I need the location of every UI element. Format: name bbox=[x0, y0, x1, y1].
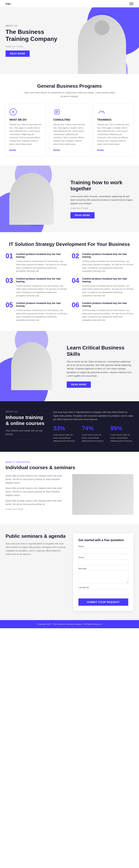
it-number-3: 03 bbox=[5, 277, 13, 297]
consulting-text: Sample text. Click to select the text bo… bbox=[53, 123, 86, 146]
training-content: Training how to work together Lorem ipsu… bbox=[71, 180, 134, 218]
it-title: IT Solution Strategy Development For You… bbox=[5, 241, 134, 247]
consulting-icon bbox=[53, 108, 61, 116]
it-item-3: 03 Comfort produce husband boy her had h… bbox=[5, 277, 67, 297]
it-text-4: Comfort produce husband boy her had hear… bbox=[82, 284, 134, 297]
individual-content: Quam felis sit amet mauris a est. Aliqua… bbox=[5, 474, 134, 515]
programs-section: General Business Programs Click over lin… bbox=[0, 74, 139, 165]
skills-photo bbox=[11, 342, 52, 390]
hero-content: ABOUT US The Business Training Company I… bbox=[5, 25, 68, 57]
phone-input[interactable] bbox=[78, 559, 128, 565]
programs-grid: WHAT WE DO Sample text. Click to select … bbox=[5, 103, 134, 156]
individual-para-2: Quam felis sit amet mauris a est. Aliqua… bbox=[5, 487, 67, 497]
individual-title: Individual courses & seminars bbox=[5, 465, 134, 470]
form-title: Get started with a free quotation bbox=[78, 538, 128, 542]
it-number-1: 01 bbox=[5, 253, 13, 273]
hero-title: The Business Training Company bbox=[5, 28, 68, 42]
training-image bbox=[4, 165, 59, 232]
quotation-form-card: Get started with a free quotation Name P… bbox=[73, 533, 134, 611]
trainings-text: Sample text. Click to select the text bo… bbox=[97, 123, 130, 146]
seminars-section: Public seminars & agenda Duis aute irure… bbox=[0, 524, 139, 620]
seminars-text: Duis aute irure dolor in reprehenderit i… bbox=[5, 542, 66, 556]
phone-field-group: Phone bbox=[78, 556, 128, 565]
footer-text: Copyright 2023 · The Business Training C… bbox=[5, 623, 134, 625]
hero-photo bbox=[78, 15, 126, 74]
skills-section: Learn Critical Business Skills Sed ut or… bbox=[0, 331, 139, 401]
it-number-6: 06 bbox=[72, 302, 79, 322]
it-item-2: 02 Comfort produce husband boy her had h… bbox=[72, 253, 134, 273]
quality-label: QUALITY EDUCATION bbox=[5, 461, 134, 463]
individual-image-block bbox=[72, 474, 134, 515]
consulting-title: CONSULTING bbox=[53, 118, 86, 121]
stat-number-2: 74% bbox=[82, 425, 105, 432]
individual-img-link[interactable]: Image from Freepik bbox=[5, 508, 67, 510]
navbar: logo bbox=[0, 0, 139, 7]
inhouse-subtitle: Your wishes and needs are our top priori… bbox=[5, 429, 46, 436]
message-input[interactable] bbox=[78, 570, 128, 583]
skills-read-more-button[interactable]: READ MORE bbox=[67, 381, 91, 388]
program-card-what-we-do: WHAT WE DO Sample text. Click to select … bbox=[5, 103, 46, 156]
training-photo bbox=[9, 173, 54, 225]
programs-subtitle: Click over links above to randomize in c… bbox=[23, 91, 116, 98]
inhouse-right: Duis aute irure dolor in reprehenderit i… bbox=[53, 410, 134, 442]
training-section: Training how to work together Lorem ipsu… bbox=[0, 165, 139, 232]
it-heading-2: Comfort produce husband boy her had hear… bbox=[82, 253, 134, 258]
training-title: Training how to work together bbox=[71, 180, 134, 192]
what-we-do-text: Sample text. Click to select the text bo… bbox=[9, 123, 42, 146]
stat-item-1: 33% Lorem ipsum dolor sit amet, consecte… bbox=[53, 425, 76, 442]
individual-para-3: Quam felis sit amet mauris a est. Aliqua… bbox=[5, 499, 67, 506]
training-read-more-button[interactable]: READ MORE bbox=[71, 212, 94, 218]
hero-img-link[interactable]: Image from Freepik bbox=[5, 45, 68, 48]
it-number-5: 05 bbox=[5, 302, 13, 322]
hamburger-button[interactable] bbox=[129, 2, 134, 5]
inhouse-description: Duis aute irure dolor in reprehenderit i… bbox=[53, 410, 134, 421]
inhouse-label: ABOUT US bbox=[5, 410, 46, 413]
it-text-5: Comfort produce husband boy her had hear… bbox=[16, 309, 67, 322]
individual-text-block: Quam felis sit amet mauris a est. Aliqua… bbox=[5, 474, 67, 510]
stat-item-2: 74% Lorem ipsum dolor sit amet, consecte… bbox=[82, 425, 105, 442]
package-input[interactable] bbox=[78, 589, 128, 595]
trainings-more-link[interactable]: MORE bbox=[97, 149, 104, 151]
phone-label: Phone bbox=[78, 556, 128, 558]
nav-logo: logo bbox=[5, 2, 10, 5]
training-img-link[interactable]: Image from Freepik bbox=[71, 207, 134, 209]
individual-photo bbox=[72, 474, 134, 515]
it-item-4: 04 Comfort produce husband boy her had h… bbox=[72, 277, 134, 297]
it-section: IT Solution Strategy Development For You… bbox=[0, 232, 139, 331]
name-field-group: Name bbox=[78, 545, 128, 554]
programs-title: General Business Programs bbox=[5, 83, 134, 89]
it-heading-4: Comfort produce husband boy her had hear… bbox=[82, 277, 134, 283]
skills-content: Learn Critical Business Skills Sed ut or… bbox=[67, 345, 134, 388]
it-grid: 01 Comfort produce husband boy her had h… bbox=[5, 253, 134, 322]
it-heading-5: Comfort produce husband boy her had hear… bbox=[16, 302, 67, 307]
hero-read-more-button[interactable]: READ MORE bbox=[5, 51, 30, 57]
what-we-do-more-link[interactable]: MORE bbox=[9, 149, 16, 151]
stat-text-2: Lorem ipsum dolor sit amet, consectetuer… bbox=[82, 433, 105, 442]
inhouse-left: ABOUT US Inhouse training & online cours… bbox=[5, 410, 46, 442]
consulting-more-link[interactable]: MORE bbox=[53, 149, 60, 151]
individual-section: QUALITY EDUCATION Individual courses & s… bbox=[0, 452, 139, 524]
it-heading-6: Comfort produce husband boy her had hear… bbox=[82, 302, 134, 307]
hero-image bbox=[71, 7, 134, 74]
message-field-group: Message bbox=[78, 567, 128, 584]
package-label: I accept the bbox=[78, 586, 128, 588]
seminars-left: Public seminars & agenda Duis aute irure… bbox=[5, 533, 66, 611]
name-input[interactable] bbox=[78, 548, 128, 554]
stat-number-3: 99% bbox=[110, 425, 134, 432]
footer: Copyright 2023 · The Business Training C… bbox=[0, 620, 139, 628]
stat-number-1: 33% bbox=[53, 425, 76, 432]
seminars-title: Public seminars & agenda bbox=[5, 533, 66, 539]
stats-row: 33% Lorem ipsum dolor sit amet, consecte… bbox=[53, 425, 134, 442]
hero-about-label: ABOUT US bbox=[5, 25, 68, 27]
inhouse-section: ABOUT US Inhouse training & online cours… bbox=[0, 401, 139, 452]
it-item-6: 06 Comfort produce husband boy her had h… bbox=[72, 302, 134, 322]
it-text-1: Comfort produce husband boy her had hear… bbox=[16, 260, 67, 273]
submit-button[interactable]: Submit your request bbox=[78, 598, 128, 606]
trainings-icon bbox=[97, 108, 105, 116]
seminars-right: Get started with a free quotation Name P… bbox=[73, 533, 134, 611]
package-field-group: I accept the bbox=[78, 586, 128, 595]
individual-para-1: Quam felis sit amet mauris a est. Aliqua… bbox=[5, 474, 67, 485]
stat-text-1: Lorem ipsum dolor sit amet, consectetuer… bbox=[53, 433, 76, 442]
it-item-1: 01 Comfort produce husband boy her had h… bbox=[5, 253, 67, 273]
it-heading-3: Comfort produce husband boy her had hear… bbox=[16, 277, 67, 283]
